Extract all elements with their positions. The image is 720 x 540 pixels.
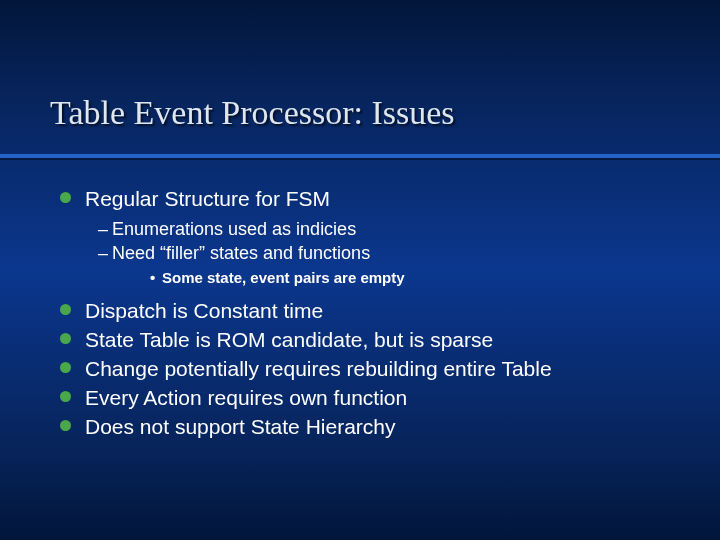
dash-icon: – [98, 242, 112, 264]
bullet-text: State Table is ROM candidate, but is spa… [85, 327, 493, 353]
bullet-item: Regular Structure for FSM [60, 186, 680, 212]
bullet-icon [60, 192, 71, 203]
subsubbullet-item: • Some state, event pairs are empty [60, 268, 680, 288]
dash-icon: – [98, 218, 112, 240]
bullet-item: Every Action requires own function [60, 385, 680, 411]
bullet-item: State Table is ROM candidate, but is spa… [60, 327, 680, 353]
subbullet-text: Enumerations used as indicies [112, 218, 356, 240]
slide: Table Event Processor: Issues Regular St… [0, 0, 720, 540]
subsubbullet-text: Some state, event pairs are empty [162, 268, 405, 288]
bullet-text: Regular Structure for FSM [85, 186, 330, 212]
subbullet-item: – Enumerations used as indicies [60, 218, 680, 240]
subbullet-item: – Need “filler” states and functions [60, 242, 680, 264]
subbullet-text: Need “filler” states and functions [112, 242, 370, 264]
bullet-item: Change potentially requires rebuilding e… [60, 356, 680, 382]
bullet-icon [60, 420, 71, 431]
bullet-item: Dispatch is Constant time [60, 298, 680, 324]
bullet-text: Dispatch is Constant time [85, 298, 323, 324]
bullet-text: Every Action requires own function [85, 385, 407, 411]
slide-body: Regular Structure for FSM – Enumerations… [60, 186, 680, 443]
bullet-icon [60, 391, 71, 402]
bullet-text: Change potentially requires rebuilding e… [85, 356, 552, 382]
bullet-icon [60, 304, 71, 315]
bullet-text: Does not support State Hierarchy [85, 414, 396, 440]
bullet-icon [60, 362, 71, 373]
dot-icon: • [150, 268, 162, 288]
bullet-icon [60, 333, 71, 344]
title-underline [0, 154, 720, 158]
slide-title: Table Event Processor: Issues [50, 94, 455, 132]
bullet-item: Does not support State Hierarchy [60, 414, 680, 440]
